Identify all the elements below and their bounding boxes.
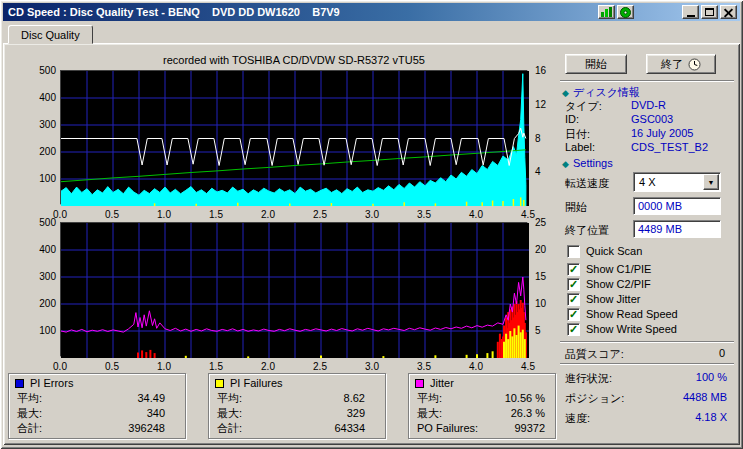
tab-label: Disc Quality [21,29,80,41]
tab-disc-quality[interactable]: Disc Quality [8,25,93,44]
end-position-input[interactable] [633,220,721,238]
start-button-label: 開始 [585,57,607,72]
checkbox-label: Show C1/PIE [586,263,651,275]
axis-tick-label: 0.5 [97,361,127,372]
end-position-label: 終了位置 [565,223,609,238]
axis-tick-label: 100 [24,325,56,336]
disc-date-label: 日付: [565,127,590,142]
close-button[interactable] [720,5,737,19]
axis-tick-label: 300 [24,271,56,282]
checkbox-box[interactable] [567,245,580,258]
checkbox-show-jitter[interactable]: ✓Show Jitter [567,292,640,306]
axis-tick-label: 3.0 [357,209,387,220]
start-button[interactable]: 開始 [565,54,627,74]
axis-tick-label: 100 [24,173,56,184]
jitter-legend-swatch [415,379,424,388]
titlebar-chart-icon-button[interactable] [598,5,615,19]
window-title: CD Speed : Disc Quality Test - BENQ DVD … [8,6,340,18]
titlebar-disc-icon-button[interactable] [617,5,634,19]
axis-tick-label: 2.5 [305,361,335,372]
axis-tick-label: 200 [24,298,56,309]
pif-jitter-chart [60,222,528,357]
pi-errors-header: PI Errors [9,374,185,390]
checkbox-label: Show Jitter [586,293,640,305]
divider [560,341,734,343]
disc-id-value: GSC003 [631,113,673,125]
pi-errors-stats-box: PI Errors 平均:34.49 最大:340 合計:396248 [8,373,186,439]
exit-button-label: 終了 [661,57,683,72]
checkbox-box[interactable]: ✓ [567,278,580,291]
axis-tick-label: 2.0 [253,361,283,372]
pie-speed-chart [60,70,528,205]
position-value: 4488 MB [621,391,727,403]
checkbox-show-c2-pif[interactable]: ✓Show C2/PIF [567,277,651,291]
titlebar-buttons [596,5,737,19]
diamond-icon: ◆ [562,159,569,169]
checkbox-box[interactable]: ✓ [567,308,580,321]
disc-label-label: Label: [565,141,595,153]
diamond-icon: ◆ [562,88,569,98]
axis-tick-label: 2.5 [305,209,335,220]
disc-type-label: タイプ: [565,99,602,114]
exit-button[interactable]: 終了 [646,54,716,74]
exit-clock-icon [688,58,701,71]
axis-tick-label: 8 [535,133,561,144]
checkbox-show-read-speed[interactable]: ✓Show Read Speed [567,307,678,321]
axis-tick-label: 10 [535,298,561,309]
checkbox-show-write-speed[interactable]: ✓Show Write Speed [567,322,677,336]
quality-score-value: 0 [643,347,725,359]
chevron-down-icon[interactable]: ▼ [703,174,719,190]
transfer-speed-label: 転送速度 [565,176,609,191]
quality-score-label: 品質スコア: [565,347,624,362]
minimize-button[interactable] [682,5,699,19]
axis-tick-label: 3.5 [409,209,439,220]
axis-tick-label: 500 [24,65,56,76]
disc-date-value: 16 July 2005 [631,127,693,139]
checkbox-label: Show C2/PIF [586,278,651,290]
close-icon [724,8,733,17]
progress-value: 100 % [621,371,727,383]
recorded-with-note: recorded with TOSHIBA CD/DVDW SD-R5372 v… [60,54,528,66]
axis-tick-label: 400 [24,92,56,103]
stat-row: 最大:340 [9,405,185,420]
axis-tick-label: 1.5 [201,361,231,372]
axis-tick-label: 0.0 [45,361,75,372]
axis-tick-label: 4.0 [461,361,491,372]
pi-failures-legend-swatch [215,379,224,388]
axis-tick-label: 2.0 [253,209,283,220]
axis-tick-label: 5 [535,325,561,336]
disc-label-value: CDS_TEST_B2 [631,141,708,153]
stat-row: 平均:10.56 % [409,390,555,405]
disc-id-label: ID: [565,113,579,125]
axis-tick-label: 4 [535,166,561,177]
stat-row: 合計:64334 [209,420,385,435]
axis-tick-label: 300 [24,119,56,130]
stat-row: 最大:26.3 % [409,405,555,420]
transfer-speed-select[interactable]: 4 X ▼ [633,172,721,192]
transfer-speed-value: 4 X [634,176,703,188]
pi-failures-stats-box: PI Failures 平均:8.62 最大:329 合計:64334 [208,373,386,439]
axis-tick-label: 1.0 [149,209,179,220]
speed-label: 速度: [565,411,590,426]
position-label: ポジション: [565,391,624,406]
pi-failures-header: PI Failures [209,374,385,390]
disc-quality-page: recorded with TOSHIBA CD/DVDW SD-R5372 v… [3,43,740,445]
maximize-button[interactable] [701,5,718,19]
progress-label: 進行状況: [565,371,612,386]
checkbox-quick-scan[interactable]: Quick Scan [567,244,642,258]
checkbox-box[interactable]: ✓ [567,323,580,336]
checkbox-label: Show Write Speed [586,323,677,335]
divider [560,80,734,82]
checkbox-box[interactable]: ✓ [567,263,580,276]
checkbox-box[interactable]: ✓ [567,293,580,306]
titlebar[interactable]: CD Speed : Disc Quality Test - BENQ DVD … [3,3,740,21]
settings-header: ◆Settings [562,157,613,169]
axis-tick-label: 3.5 [409,361,439,372]
axis-tick-label: 4.0 [461,209,491,220]
axis-tick-label: 16 [535,65,561,76]
axis-tick-label: 15 [535,271,561,282]
start-position-input[interactable] [633,197,721,215]
checkbox-show-c1-pie[interactable]: ✓Show C1/PIE [567,262,651,276]
minimize-icon [687,15,695,17]
start-position-label: 開始 [565,200,587,215]
